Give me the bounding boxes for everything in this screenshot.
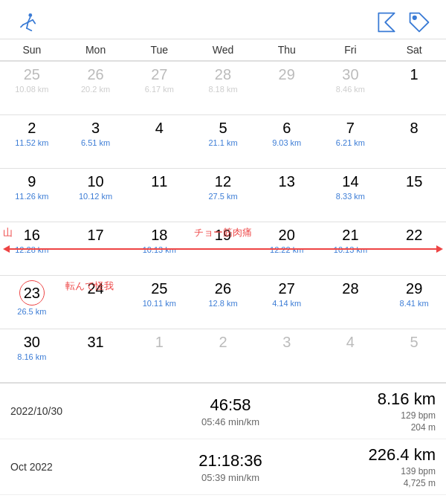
stats-section: 2022/10/30 46:58 05:46 min/km 8.16 km 12…: [0, 383, 446, 495]
day-number: 6: [282, 120, 291, 137]
calendar-cell-w1-d1[interactable]: 36.51 km: [64, 114, 128, 168]
day-km: 8.18 km: [208, 85, 237, 94]
calendar-cell-w1-d3[interactable]: 521.1 km: [191, 114, 255, 168]
day-km: 27.5 km: [208, 192, 237, 201]
day-number: 8: [410, 120, 418, 137]
calendar-cell-w1-d6[interactable]: 8: [382, 114, 446, 168]
day-header-wed: Wed: [191, 39, 255, 60]
calendar-cell-w0-d0[interactable]: 2510.08 km: [0, 61, 64, 114]
day-header-tue: Tue: [127, 39, 191, 60]
calendar-cell-w5-d1[interactable]: 31: [64, 329, 128, 382]
calendar-cell-w4-d3[interactable]: 2612.8 km: [191, 275, 255, 329]
calendar-cell-w3-d6[interactable]: 22: [382, 222, 446, 275]
svg-point-9: [413, 16, 416, 19]
calendar-cell-w3-d3[interactable]: 19: [191, 222, 255, 275]
day-km: 20.2 km: [81, 85, 110, 94]
day-number: 12: [215, 173, 231, 190]
calendar-cell-w5-d5[interactable]: 4: [319, 329, 383, 382]
calendar-cell-w3-d2[interactable]: 1810.13 km: [127, 222, 191, 275]
day-number: 18: [151, 227, 167, 244]
tag-icon[interactable]: [406, 9, 433, 36]
calendar-cell-w3-d4[interactable]: 2012.22 km: [255, 222, 319, 275]
day-number: 5: [219, 120, 227, 137]
calendar-cell-w0-d6[interactable]: 1: [382, 61, 446, 114]
day-km: 4.14 km: [272, 299, 301, 308]
day-number: 26: [87, 66, 103, 83]
calendar-cell-w2-d0[interactable]: 911.26 km: [0, 168, 64, 222]
day-number: 5: [410, 334, 418, 351]
stats-daily-bpm: 129 bpm: [354, 410, 436, 421]
day-km: 8.46 km: [336, 85, 365, 94]
calendar-cell-w2-d6[interactable]: 15: [382, 168, 446, 222]
calendar-cell-w3-d5[interactable]: 2110.13 km: [319, 222, 383, 275]
svg-line-6: [33, 20, 35, 24]
svg-line-4: [27, 28, 31, 30]
calendar-cell-w4-d2[interactable]: 2510.11 km: [127, 275, 191, 329]
calendar-cell-w1-d4[interactable]: 69.03 km: [255, 114, 319, 168]
calendar-cell-w5-d6[interactable]: 5: [382, 329, 446, 382]
calendar-cell-w0-d2[interactable]: 276.17 km: [127, 61, 191, 114]
calendar-cell-w2-d4[interactable]: 13: [255, 168, 319, 222]
day-number: 3: [91, 120, 100, 137]
calendar-cell-w1-d0[interactable]: 211.52 km: [0, 114, 64, 168]
day-km: 12.28 km: [15, 245, 48, 254]
calendar-cell-w4-d1[interactable]: 24: [64, 275, 128, 329]
day-number: 29: [279, 66, 295, 83]
stats-monthly-pace: 05:39 min/km: [107, 472, 354, 483]
day-number: 2: [28, 120, 36, 137]
day-number: 24: [87, 280, 103, 297]
calendar-cell-w2-d2[interactable]: 11: [127, 168, 191, 222]
day-header-sun: Sun: [0, 39, 64, 60]
calendar-cell-w0-d1[interactable]: 2620.2 km: [64, 61, 128, 114]
day-number: 9: [28, 173, 36, 190]
calendar-cell-w5-d4[interactable]: 3: [255, 329, 319, 382]
day-number: 31: [87, 334, 103, 351]
day-km: 10.12 km: [79, 192, 112, 201]
calendar-cell-w0-d4[interactable]: 29: [255, 61, 319, 114]
day-km: 12.22 km: [270, 245, 303, 254]
day-number: 4: [346, 334, 355, 351]
calendar-cell-w4-d5[interactable]: 28: [319, 275, 383, 329]
day-number: 13: [279, 173, 295, 190]
svg-line-7: [21, 25, 23, 27]
day-number: 2: [219, 334, 227, 351]
day-number: 30: [24, 334, 40, 351]
calendar-cell-w2-d5[interactable]: 148.33 km: [319, 168, 383, 222]
calendar-cell-w4-d4[interactable]: 274.14 km: [255, 275, 319, 329]
calendar-cell-w0-d3[interactable]: 288.18 km: [191, 61, 255, 114]
day-number: 7: [346, 120, 355, 137]
day-number: 14: [342, 173, 358, 190]
calendar-cell-w5-d3[interactable]: 2: [191, 329, 255, 382]
calendar-cell-w2-d1[interactable]: 1010.12 km: [64, 168, 128, 222]
day-number: 25: [24, 66, 40, 83]
day-header-fri: Fri: [319, 39, 383, 60]
calendar-cell-w1-d5[interactable]: 76.21 km: [319, 114, 383, 168]
calendar-cell-w3-d1[interactable]: 17: [64, 222, 128, 275]
day-number: 3: [282, 334, 291, 351]
calendar-cell-w4-d0[interactable]: 2326.5 km: [0, 275, 64, 329]
day-header-sat: Sat: [382, 39, 446, 60]
sigma-icon[interactable]: [373, 9, 400, 36]
stats-monthly-label: Oct 2022: [10, 461, 107, 473]
calendar-cell-w4-d6[interactable]: 298.41 km: [382, 275, 446, 329]
calendar-cell-w0-d5[interactable]: 308.46 km: [319, 61, 383, 114]
app-container: Sun Mon Tue Wed Thu Fri Sat 2510.08 km26…: [0, 0, 446, 495]
day-number: 20: [279, 227, 295, 244]
calendar-cell-w3-d0[interactable]: 1612.28 km: [0, 222, 64, 275]
day-number: 10: [87, 173, 103, 190]
day-number: 4: [155, 120, 164, 137]
day-km: 8.33 km: [336, 192, 365, 201]
calendar-cell-w5-d0[interactable]: 308.16 km: [0, 329, 64, 382]
day-number: 26: [215, 280, 231, 297]
day-number: 22: [406, 227, 422, 244]
calendar-cell-w1-d2[interactable]: 4: [127, 114, 191, 168]
day-header-mon: Mon: [64, 39, 128, 60]
day-number: 28: [215, 66, 231, 83]
run-icon[interactable]: [13, 9, 40, 36]
calendar-cell-w2-d3[interactable]: 1227.5 km: [191, 168, 255, 222]
calendar-cell-w5-d2[interactable]: 1: [127, 329, 191, 382]
day-km: 26.5 km: [17, 307, 46, 316]
stats-daily-center: 46:58 05:46 min/km: [107, 395, 354, 427]
day-number: 15: [406, 173, 422, 190]
day-km: 21.1 km: [208, 138, 237, 147]
